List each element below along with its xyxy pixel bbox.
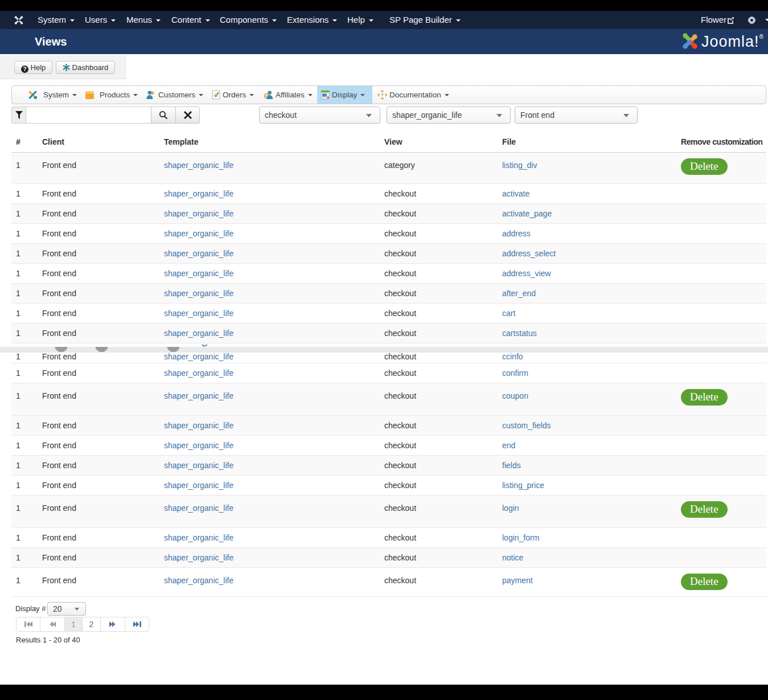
svg-text:?: ? — [381, 92, 384, 97]
